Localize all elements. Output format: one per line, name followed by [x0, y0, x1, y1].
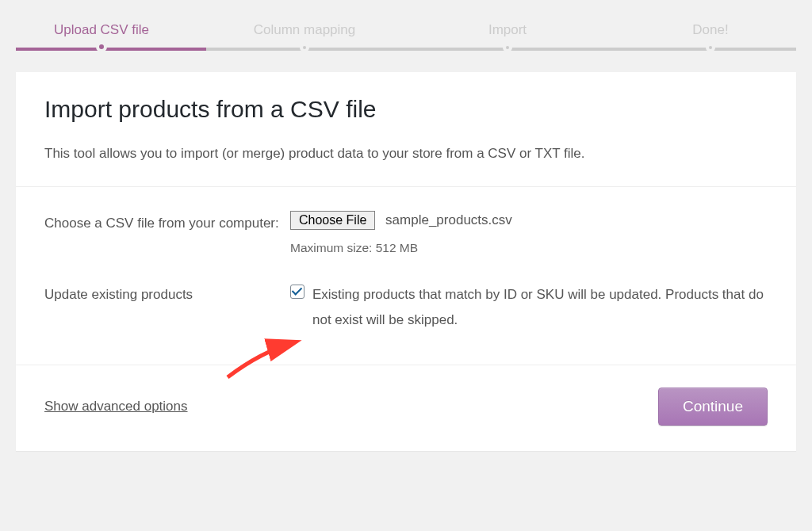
- max-size-hint: Maximum size: 512 MB: [290, 241, 768, 255]
- step-label: Done!: [609, 22, 812, 38]
- step-label: Upload CSV file: [0, 22, 203, 38]
- update-existing-checkbox[interactable]: [290, 285, 304, 299]
- step-dot-icon: [96, 41, 107, 52]
- checkbox-row: Existing products that match by ID or SK…: [290, 282, 768, 334]
- continue-button[interactable]: Continue: [658, 388, 768, 426]
- update-label: Update existing products: [44, 282, 290, 307]
- file-label: Choose a CSV file from your computer:: [44, 211, 290, 235]
- card-footer: Show advanced options Continue: [16, 365, 796, 451]
- file-control: Choose File sample_products.csv Maximum …: [290, 211, 768, 255]
- step-label: Import: [406, 22, 609, 38]
- step-done: Done!: [609, 22, 812, 60]
- page-description: This tool allows you to import (or merge…: [44, 143, 768, 164]
- step-label: Column mapping: [203, 22, 406, 38]
- import-card: Import products from a CSV file This too…: [16, 72, 796, 451]
- step-dot-icon: [503, 43, 512, 52]
- step-upload: Upload CSV file: [0, 22, 203, 60]
- step-import: Import: [406, 22, 609, 60]
- step-dot-icon: [300, 43, 309, 52]
- file-row: Choose a CSV file from your computer: Ch…: [44, 211, 768, 255]
- stepper: Upload CSV file Column mapping Import Do…: [0, 0, 812, 59]
- page-title: Import products from a CSV file: [44, 96, 768, 123]
- update-row: Update existing products Existing produc…: [44, 282, 768, 334]
- update-description: Existing products that match by ID or SK…: [312, 282, 768, 334]
- show-advanced-link[interactable]: Show advanced options: [44, 399, 188, 414]
- choose-file-button[interactable]: Choose File: [290, 211, 375, 230]
- card-header: Import products from a CSV file This too…: [16, 72, 796, 186]
- update-control: Existing products that match by ID or SK…: [290, 282, 768, 334]
- card-body: Choose a CSV file from your computer: Ch…: [16, 186, 796, 366]
- step-dot-icon: [706, 43, 715, 52]
- step-mapping: Column mapping: [203, 22, 406, 60]
- selected-filename: sample_products.csv: [385, 212, 512, 227]
